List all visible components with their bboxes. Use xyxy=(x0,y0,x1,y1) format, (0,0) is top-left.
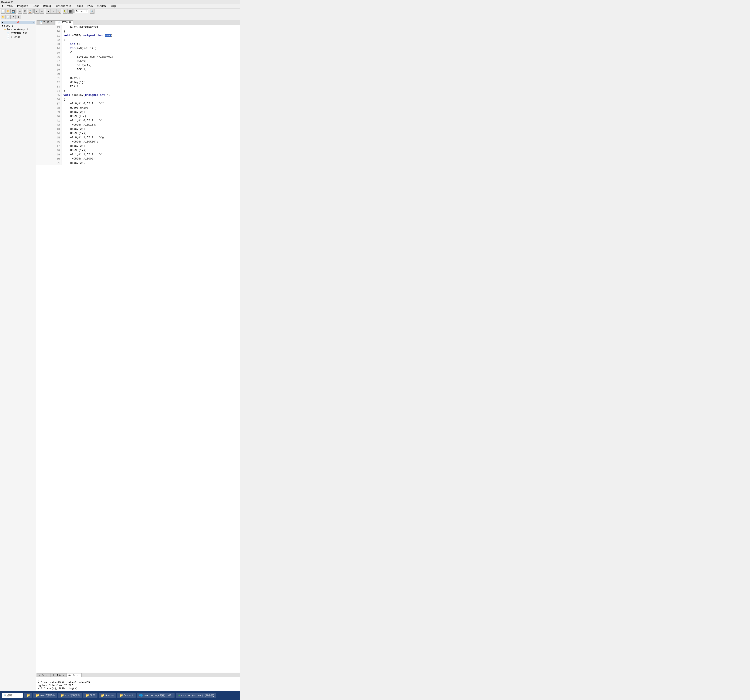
save-btn[interactable]: 💾 xyxy=(11,9,16,14)
open-btn[interactable]: 📂 xyxy=(6,9,11,14)
code-19[interactable]: SCK=0;SI=0;RCK=0; xyxy=(62,25,240,29)
output-line-4: - 0 Error(s), 0 Warning(s). xyxy=(38,687,238,690)
code-50[interactable]: HC595(n/1000); xyxy=(62,157,240,161)
build-btn[interactable]: ▶ xyxy=(46,9,51,14)
menu-peripherals[interactable]: Peripherals xyxy=(54,5,72,8)
code-47[interactable]: delay(2); xyxy=(62,144,240,148)
sidebar-file-startup[interactable]: 📄 STARTUP.A51 xyxy=(1,32,35,35)
output-line-2: m Size: data=29.0 xdata=0 code=469 xyxy=(38,681,238,684)
bottom-tab-fu[interactable]: {} Fu... xyxy=(51,673,66,677)
sidebar-pin[interactable]: 📌 xyxy=(17,21,20,24)
build2-btn[interactable]: ⚙ xyxy=(51,9,56,14)
code-41[interactable]: A0=1;A1=0;A2=0; //十 xyxy=(62,118,240,123)
code-row-28: 28 delay(1); xyxy=(36,63,240,68)
redo-btn[interactable]: ↪ xyxy=(40,9,44,14)
search-btn[interactable]: 🔍 xyxy=(90,9,94,14)
menu-window[interactable]: Window xyxy=(96,5,107,8)
code-31[interactable]: RCK=0; xyxy=(62,76,240,80)
taskbar-item-1003[interactable]: 📁 1003安装软件 xyxy=(33,693,57,698)
target-selector[interactable]: Target 1 xyxy=(75,9,88,13)
sidebar-file-722[interactable]: 📄 7.22.C xyxy=(1,35,35,39)
line-40: 40 xyxy=(36,114,62,118)
taskbar-item-stcisp[interactable]: ⚙ STC-ISP (V6.89C) (服务器) xyxy=(176,693,217,698)
code-35[interactable]: void display(unsigned int n) xyxy=(62,93,240,97)
sidebar-target[interactable]: ▼ rget 1 xyxy=(1,24,35,28)
code-row-46: 46 HC595(n/100%10); xyxy=(36,140,240,144)
taskbar-item-chip[interactable]: 📁 2 - 芯片资料 xyxy=(58,693,82,698)
func-btn[interactable]: ƒ xyxy=(11,15,16,19)
code-34[interactable]: } xyxy=(62,89,240,93)
code-20[interactable]: } xyxy=(62,29,240,34)
for-kw-24: for xyxy=(70,47,75,50)
taskbar-source-label: Source xyxy=(105,694,114,697)
code-37[interactable]: A0=0;A1=0;A2=0; //个 xyxy=(62,102,240,106)
code-22[interactable]: { xyxy=(62,38,240,42)
code-44[interactable]: HC595(17); xyxy=(62,131,240,135)
code-27[interactable]: SCK=0; xyxy=(62,59,240,63)
bottom-tabs: ⊕ Bo... {} Fu... 0₁ Te... xyxy=(36,672,240,677)
code-21[interactable]: void HC595(unsigned char num) xyxy=(62,34,240,38)
toolbar-1: 📄 📂 💾 ✂ ⎘ 📋 ↩ ↪ ▶ ⚙ 🔨 🐛 ⬛ Target 1 🔍 xyxy=(0,9,240,14)
build3-btn[interactable]: 🔨 xyxy=(56,9,61,14)
code-area[interactable]: 19 SCK=0;SI=0;RCK=0; 20 } 21 void HC595(… xyxy=(36,25,240,672)
code-33[interactable]: RCK=1; xyxy=(62,85,240,89)
sidebar-source-group[interactable]: ▼ Source Group 1 xyxy=(1,28,35,32)
code-40[interactable]: HC595(〖7); xyxy=(62,114,240,118)
code-39[interactable]: delay(2); xyxy=(62,110,240,114)
code-24[interactable]: for(i=0;i<8;i++) xyxy=(62,46,240,51)
line-31: 31 xyxy=(36,76,62,80)
copy-btn[interactable]: ⎘ xyxy=(23,9,28,14)
code-46[interactable]: HC595(n/100%10); xyxy=(62,140,240,144)
debug-btn[interactable]: 🐛 xyxy=(63,9,68,14)
taskbar-item-source[interactable]: 📁 Source xyxy=(99,693,116,698)
code-28[interactable]: delay(1); xyxy=(62,63,240,68)
load-btn[interactable]: ⬇ xyxy=(16,15,21,19)
line-47: 47 xyxy=(36,144,62,148)
new-btn[interactable]: 📄 xyxy=(1,9,6,14)
code-30[interactable]: } xyxy=(62,72,240,76)
taskbar-item-74hc[interactable]: 🌐 74HC138(中文资料).pdf: xyxy=(137,693,175,698)
sidebar-close[interactable]: × xyxy=(33,21,34,24)
menu-project[interactable]: Project xyxy=(17,5,28,8)
code-25[interactable]: { xyxy=(62,51,240,55)
cut-btn[interactable]: ✂ xyxy=(18,9,22,14)
tab-stc8h[interactable]: 📄 STC8.H xyxy=(55,20,73,25)
folder-icon: ▼ xyxy=(4,28,6,31)
code-49[interactable]: A0=1;A1=1;A2=0; // xyxy=(62,152,240,157)
proj-btn[interactable]: 📁 xyxy=(1,15,6,19)
code-26[interactable]: SI=(tab[num]>>i)&0x01; xyxy=(62,55,240,59)
menu-flash[interactable]: Flash xyxy=(31,5,40,8)
code-38[interactable]: HC595(n%10); xyxy=(62,106,240,110)
code-43[interactable]: delay(2); xyxy=(62,127,240,131)
code-45[interactable]: A0=0;A1=1;A2=0; //百 xyxy=(62,135,240,140)
taskbar-item-gpio[interactable]: 📁 GPIO xyxy=(83,693,97,698)
code-23[interactable]: int i; xyxy=(62,42,240,46)
taskbar-item-project[interactable]: 📁 Project xyxy=(117,693,136,698)
taskbar-search[interactable]: 🔍 搜索 xyxy=(2,693,23,698)
menu-debug[interactable]: Debug xyxy=(43,5,51,8)
bottom-tab-te[interactable]: 0₁ Te... xyxy=(66,673,81,677)
code-36[interactable]: { xyxy=(62,97,240,102)
menu-view[interactable]: View xyxy=(6,5,14,8)
tab-722c[interactable]: 📄 7.22.C xyxy=(37,20,55,25)
sidebar-title-text: ◀ xyxy=(2,21,3,24)
sep6 xyxy=(89,9,89,13)
code-29[interactable]: SCK=1; xyxy=(62,68,240,72)
paste-btn[interactable]: 📋 xyxy=(28,9,32,14)
menu-svcs[interactable]: SVCS xyxy=(86,5,94,8)
menu-tools[interactable]: Tools xyxy=(75,5,84,8)
void-kw-21: void xyxy=(63,34,70,37)
code-42[interactable]: HC595(n/10%10); xyxy=(62,123,240,127)
menu-help[interactable]: Help xyxy=(109,5,117,8)
undo-btn[interactable]: ↩ xyxy=(34,9,39,14)
menu-t[interactable]: t xyxy=(1,5,4,8)
bottom-tab-bo[interactable]: ⊕ Bo... xyxy=(37,673,51,677)
code-32[interactable]: delay(1); xyxy=(62,80,240,85)
code-51[interactable]: delay(2). xyxy=(62,161,240,165)
stop-btn[interactable]: ⬛ xyxy=(68,9,72,14)
sep3 xyxy=(45,9,45,13)
taskbar-item-blank[interactable]: 📁 xyxy=(24,693,32,698)
file-btn[interactable]: 📄 xyxy=(6,15,11,19)
code-row-22: 22 { xyxy=(36,38,240,42)
code-48[interactable]: HC595(17); xyxy=(62,148,240,152)
